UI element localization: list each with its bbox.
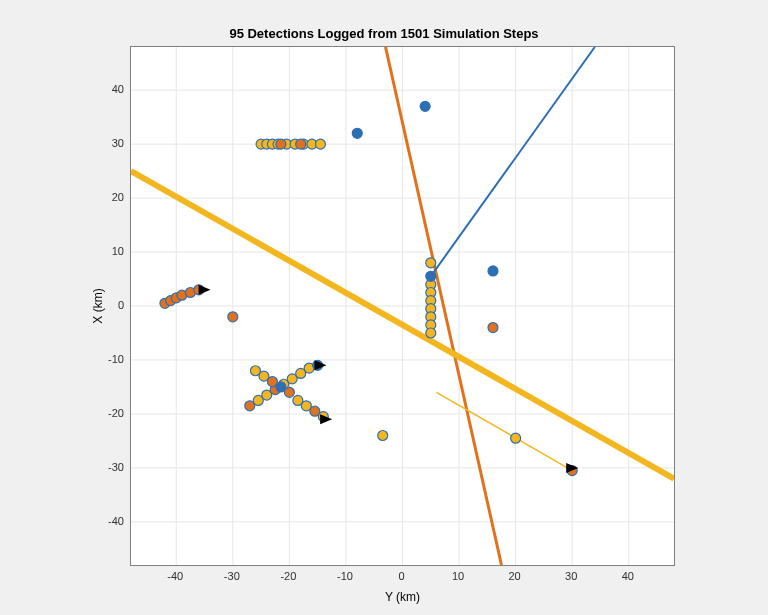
svg-point-27 <box>276 139 286 149</box>
svg-point-37 <box>426 271 436 281</box>
x-tick: 40 <box>622 570 634 582</box>
figure-window: 95 Detections Logged from 1501 Simulatio… <box>0 0 768 615</box>
svg-point-69 <box>511 433 521 443</box>
axes[interactable] <box>130 46 675 566</box>
plot-title: 95 Detections Logged from 1501 Simulatio… <box>0 26 768 41</box>
svg-point-66 <box>488 323 498 333</box>
y-axis-label: X (km) <box>80 46 115 566</box>
x-tick: -10 <box>337 570 353 582</box>
svg-point-65 <box>228 312 238 322</box>
svg-point-68 <box>378 431 388 441</box>
svg-point-36 <box>426 328 436 338</box>
x-tick: 10 <box>452 570 464 582</box>
svg-point-63 <box>352 128 362 138</box>
svg-point-28 <box>296 139 306 149</box>
plot-canvas <box>131 47 674 565</box>
x-tick: -20 <box>280 570 296 582</box>
svg-point-26 <box>315 139 325 149</box>
x-tick: 20 <box>509 570 521 582</box>
svg-point-57 <box>284 387 294 397</box>
x-tick: 30 <box>565 570 577 582</box>
y-tick: 0 <box>118 299 124 311</box>
svg-point-64 <box>488 266 498 276</box>
x-tick: 0 <box>398 570 404 582</box>
x-axis-label: Y (km) <box>130 590 675 604</box>
svg-point-62 <box>420 101 430 111</box>
x-tick: -30 <box>224 570 240 582</box>
x-tick: -40 <box>167 570 183 582</box>
svg-point-29 <box>426 258 436 268</box>
